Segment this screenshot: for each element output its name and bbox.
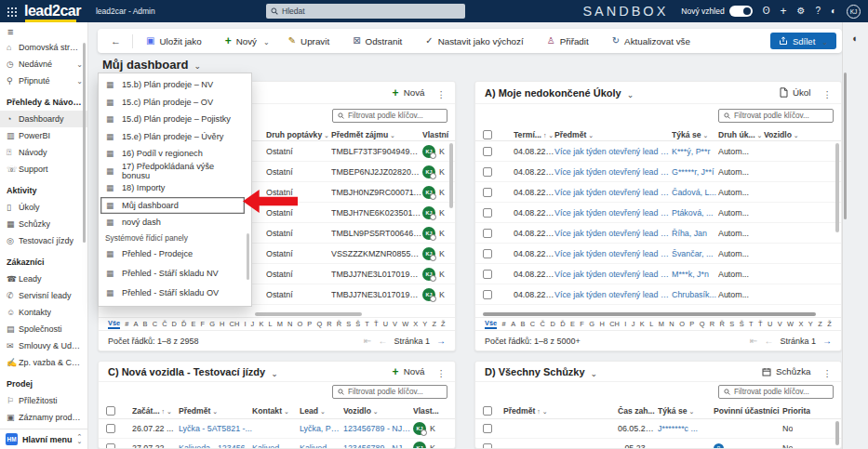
- alphabet-filter-letter[interactable]: B: [520, 320, 525, 328]
- sidebar-item[interactable]: Úkoly: [0, 199, 87, 216]
- dropdown-item[interactable]: Přehled - Vedoucí prodeje NV: [99, 303, 251, 308]
- sidebar-item[interactable]: Návody: [0, 144, 87, 161]
- table-row[interactable]: 04.08.22 ... Více jak týden otevřený lea…: [475, 141, 841, 162]
- dropdown-scrollbar[interactable]: [247, 233, 249, 280]
- horizontal-scrollbar[interactable]: [483, 312, 816, 316]
- sidebar-item[interactable]: Servisní leady: [0, 287, 87, 304]
- more-menu-icon[interactable]: [437, 363, 447, 380]
- next-page-icon[interactable]: [436, 336, 446, 346]
- vertical-scrollbar[interactable]: [835, 421, 839, 445]
- command-button[interactable]: Uložit jako: [137, 29, 216, 53]
- alphabet-filter-letter[interactable]: Ď: [181, 320, 186, 328]
- next-page-icon[interactable]: [822, 336, 832, 346]
- dropdown-item[interactable]: nový dash: [99, 214, 251, 231]
- cell-predmet-link[interactable]: Více jak týden otevřený lead Říha: [554, 229, 672, 238]
- alphabet-filter-letter[interactable]: Z: [818, 320, 822, 328]
- sidebar-item[interactable]: Nedávné: [0, 56, 87, 73]
- alphabet-filter-letter[interactable]: G: [209, 320, 215, 328]
- column-header[interactable]: Druh poptávky: [266, 130, 331, 139]
- dropdown-item[interactable]: Přehled - Prodejce: [99, 244, 251, 264]
- help-icon[interactable]: [815, 7, 821, 16]
- alphabet-filter-letter[interactable]: R: [710, 320, 714, 328]
- alphabet-filter-letter[interactable]: Ř: [720, 320, 725, 328]
- alphabet-filter-letter[interactable]: E: [570, 320, 575, 328]
- row-checkbox[interactable]: [483, 147, 492, 156]
- vertical-scrollbar[interactable]: [835, 143, 839, 232]
- panel-title[interactable]: A) Moje nedokončené Úkoly: [485, 87, 621, 99]
- side-panel-toggle-icon[interactable]: [852, 33, 859, 449]
- panel-title[interactable]: C) Nová vozidla - Testovací jízdy: [108, 366, 265, 377]
- alphabet-filter-letter[interactable]: N: [287, 320, 292, 328]
- gear-icon[interactable]: [796, 7, 805, 16]
- row-checkbox[interactable]: [483, 290, 492, 299]
- alphabet-filter-letter[interactable]: S: [346, 320, 351, 328]
- cell-tyka-se-link[interactable]: G*****r, J**í: [672, 167, 718, 177]
- cell-predmet-link[interactable]: Kalivoda - 123456...: [179, 443, 252, 448]
- alphabet-filter-letter[interactable]: K: [259, 320, 263, 328]
- user-avatar[interactable]: KJ: [847, 5, 861, 19]
- alphabet-filter-letter[interactable]: Ď: [560, 320, 565, 328]
- column-header[interactable]: Předmět zájmu: [331, 130, 422, 139]
- dropdown-item[interactable]: 16) Podíl v regionech: [99, 145, 251, 163]
- alphabet-filter-letter[interactable]: Ž: [827, 320, 832, 328]
- alphabet-filter-letter[interactable]: Š: [740, 320, 744, 328]
- first-page-icon[interactable]: [750, 336, 757, 346]
- cell-tyka-se-link[interactable]: Říha, Jan: [672, 229, 718, 238]
- row-checkbox[interactable]: [106, 443, 115, 448]
- alphabet-filter-letter[interactable]: X: [798, 320, 803, 328]
- command-button[interactable]: Nastavit jako výchozí: [416, 29, 537, 53]
- cell-vozidlo-link[interactable]: 123456789 - NJ3...: [343, 443, 413, 448]
- command-button[interactable]: Nový: [216, 29, 279, 53]
- alphabet-filter-letter[interactable]: Š: [355, 320, 360, 328]
- cell-tyka-se-link[interactable]: Švančar, ...: [672, 249, 718, 258]
- row-checkbox[interactable]: [483, 229, 492, 238]
- alphabet-filter-letter[interactable]: #: [502, 320, 506, 328]
- cell-lead-link[interactable]: Lyčka, Pat...: [300, 424, 343, 433]
- cell-tyka-se-link[interactable]: ...: [658, 443, 714, 448]
- alphabet-filter-letter[interactable]: G: [589, 320, 594, 328]
- cell-predmet-link[interactable]: ...: [503, 443, 618, 448]
- command-button[interactable]: Aktualizovat vše: [603, 29, 704, 53]
- row-checkbox[interactable]: [483, 249, 492, 258]
- horizontal-scrollbar[interactable]: [255, 312, 362, 316]
- cell-predmet-link[interactable]: Více jak týden otevřený lead Švan...: [554, 249, 672, 258]
- global-search-input[interactable]: Hledat: [266, 4, 465, 19]
- alphabet-filter-letter[interactable]: J: [632, 320, 635, 328]
- table-row[interactable]: 04.08.22 ... Více jak týden otevřený lea…: [475, 223, 841, 244]
- sidebar-footer[interactable]: HM Hlavní menu: [0, 429, 87, 449]
- cell-tyka-se-link[interactable]: K***ý, P**r: [672, 147, 718, 156]
- cell-tyka-se-link[interactable]: Čadová, L...: [672, 188, 718, 197]
- sidebar-item[interactable]: Záznamy prodejů: [0, 409, 87, 426]
- table-row[interactable]: ... ...05.23 ... ... P... No: [475, 439, 841, 448]
- select-all-checkbox[interactable]: [483, 406, 492, 416]
- alphabet-filter-letter[interactable]: L: [268, 320, 272, 328]
- sidebar-item[interactable]: Leady: [0, 271, 87, 287]
- column-header[interactable]: Předmět: [179, 406, 252, 416]
- column-header[interactable]: Vozidlo: [343, 406, 413, 416]
- select-all-checkbox[interactable]: [106, 406, 115, 416]
- alphabet-filter-letter[interactable]: #: [125, 320, 128, 328]
- alphabet-filter-letter[interactable]: Ť: [374, 320, 379, 328]
- sidebar-item[interactable]: Příležitosti: [0, 392, 87, 409]
- table-row[interactable]: 04.08.22 ... Více jak týden otevřený lea…: [475, 284, 841, 305]
- alphabet-filter-letter[interactable]: J: [251, 320, 255, 328]
- alphabet-filter-letter[interactable]: F: [201, 320, 206, 328]
- row-checkbox[interactable]: [483, 188, 492, 197]
- new-look-toggle[interactable]: [729, 6, 753, 17]
- sidebar-item[interactable]: Dashboardy: [0, 111, 87, 127]
- alphabet-filter-letter[interactable]: Q: [700, 320, 705, 328]
- alphabet-filter-letter[interactable]: F: [580, 320, 584, 328]
- alphabet-filter-letter[interactable]: M: [659, 320, 664, 328]
- alphabet-filter-letter[interactable]: W: [402, 320, 408, 328]
- row-checkbox[interactable]: [483, 208, 492, 218]
- row-checkbox[interactable]: [483, 167, 492, 177]
- alphabet-filter-letter[interactable]: C: [530, 320, 535, 328]
- filter-input[interactable]: Filtrovat podle klíčov...: [332, 385, 447, 399]
- row-checkbox[interactable]: [483, 270, 492, 279]
- alphabet-filter-letter[interactable]: A: [511, 320, 515, 328]
- select-all-checkbox[interactable]: [483, 130, 492, 139]
- table-row[interactable]: 06.05.23 ... J*******c ... No: [475, 419, 841, 439]
- column-header[interactable]: Začát...: [132, 406, 179, 416]
- lightbulb-icon[interactable]: [763, 7, 770, 16]
- sidebar-item[interactable]: Zp. vazba & CSS: [0, 354, 87, 371]
